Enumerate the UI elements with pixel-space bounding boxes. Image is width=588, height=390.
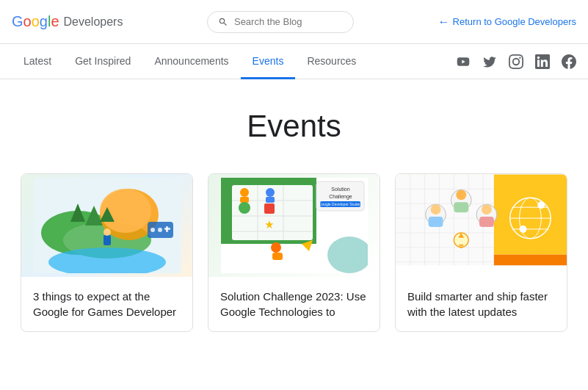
svg-point-63 (456, 189, 466, 200)
instagram-icon[interactable] (509, 54, 523, 69)
svg-point-37 (271, 242, 281, 253)
search-bar[interactable] (207, 11, 354, 33)
svg-rect-25 (240, 197, 249, 203)
event-card-2[interactable]: Solution Challenge Google Developer Stud… (208, 173, 380, 332)
svg-point-26 (266, 188, 275, 197)
svg-rect-27 (266, 197, 275, 203)
card-body-1: 3 things to expect at the Google for Gam… (21, 277, 192, 331)
card-illustration-1 (34, 178, 181, 273)
search-input[interactable] (234, 16, 343, 27)
svg-rect-58 (494, 175, 567, 255)
card-illustration-2: Solution Challenge Google Developer Stud… (221, 178, 368, 273)
nav-right (456, 54, 576, 69)
card-image-2: Solution Challenge Google Developer Stud… (208, 174, 380, 277)
return-link-text: Return to Google Developers (453, 16, 576, 27)
google-logo-text: Google (12, 13, 59, 30)
card-image-3 (396, 174, 567, 277)
event-card-3[interactable]: Build smarter and ship faster with the l… (395, 173, 567, 332)
facebook-icon[interactable] (562, 54, 576, 69)
card-title-2: Solution Challenge 2023: Use Google Tech… (220, 289, 368, 319)
svg-rect-82 (396, 266, 567, 277)
nav-item-get-inspired[interactable]: Get Inspired (63, 45, 142, 79)
developers-logo-text: Developers (64, 15, 123, 29)
header-center (207, 11, 354, 33)
svg-point-10 (104, 228, 111, 236)
nav-item-events[interactable]: Events (241, 45, 296, 79)
header-left: Google Developers (12, 13, 123, 30)
svg-text:Solution: Solution (331, 187, 349, 192)
svg-point-28 (239, 202, 250, 214)
svg-point-24 (240, 188, 249, 197)
page-wrapper: Google Developers ← Return to Google Dev… (0, 0, 588, 347)
header-right: ← Return to Google Developers (438, 15, 576, 29)
nav-item-resources[interactable]: Resources (295, 45, 368, 79)
svg-rect-15 (166, 226, 168, 232)
svg-text:Google Developer Student: Google Developer Student (319, 202, 363, 206)
main-content: Events (0, 79, 588, 347)
svg-rect-9 (104, 235, 111, 245)
main-nav: Latest Get Inspired Announcements Events… (0, 44, 588, 79)
svg-rect-67 (479, 217, 494, 227)
twitter-icon[interactable] (482, 54, 497, 69)
svg-text:Challenge: Challenge (329, 194, 352, 200)
svg-rect-64 (454, 202, 468, 212)
svg-point-12 (150, 228, 155, 232)
event-card-1[interactable]: 3 things to expect at the Google for Gam… (21, 173, 193, 332)
svg-rect-29 (264, 203, 275, 214)
card-title-3: Build smarter and ship faster with the l… (407, 289, 555, 319)
svg-rect-38 (272, 253, 283, 260)
page-title: Events (15, 109, 573, 144)
cards-container: 3 things to expect at the Google for Gam… (15, 173, 573, 332)
search-icon (218, 16, 228, 28)
nav-item-announcements[interactable]: Announcements (142, 45, 240, 79)
google-developers-logo[interactable]: Google Developers (12, 13, 123, 30)
svg-point-13 (158, 228, 162, 232)
card-illustration-3 (396, 174, 567, 277)
nav-item-latest[interactable]: Latest (12, 45, 63, 79)
linkedin-icon[interactable] (535, 54, 550, 69)
header: Google Developers ← Return to Google Dev… (0, 0, 588, 44)
svg-point-66 (482, 204, 492, 214)
card-image-1 (21, 174, 192, 277)
card-title-1: 3 things to expect at the Google for Gam… (33, 289, 181, 319)
return-to-google-developers-link[interactable]: ← Return to Google Developers (438, 15, 576, 29)
card-body-3: Build smarter and ship faster with the l… (396, 277, 567, 331)
svg-rect-61 (429, 217, 443, 227)
youtube-icon[interactable] (456, 54, 471, 69)
svg-rect-81 (494, 255, 567, 266)
return-arrow-icon: ← (438, 15, 450, 29)
svg-point-60 (431, 204, 441, 214)
nav-left: Latest Get Inspired Announcements Events… (12, 44, 368, 79)
card-body-2: Solution Challenge 2023: Use Google Tech… (208, 277, 380, 331)
